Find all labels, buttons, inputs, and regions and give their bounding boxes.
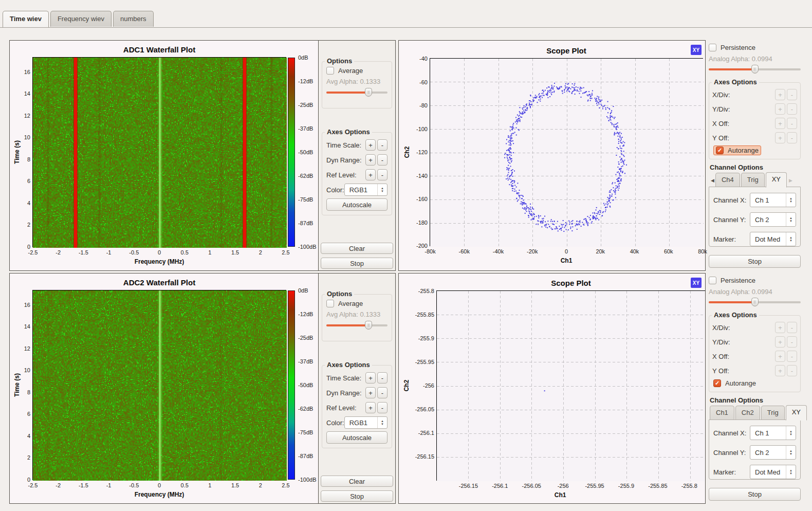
spin-down-icon[interactable]: ▼	[789, 239, 792, 242]
adc2-color-spin-arrows[interactable]: ▲▼	[377, 417, 387, 428]
scope2-channel-x-spinbox[interactable]: Ch 1 ▲▼	[750, 426, 796, 440]
adc2-color-spinbox[interactable]: RGB1 ▲▼	[344, 416, 387, 429]
adc1-waterfall-panel: ADC1 Waterfall Plot Time (s) 16141210864…	[9, 40, 396, 271]
scope2-analog-alpha-slider[interactable]: ☰	[709, 298, 801, 306]
adc2-autoscale-button[interactable]: Autoscale	[326, 431, 387, 444]
scope1-xdiv-minus-button[interactable]: -	[787, 89, 797, 100]
scope1-xoff-minus-button[interactable]: -	[787, 118, 797, 129]
scope2-marker-label: Marker:	[713, 468, 736, 476]
scope1-channel-y-arrows[interactable]: ▲▼	[786, 213, 796, 226]
adc2-ref-level-minus-button[interactable]: -	[377, 402, 387, 413]
channel-tab-ch2[interactable]: Ch2	[735, 406, 760, 420]
channel-tab-ch4[interactable]: Ch4	[715, 173, 740, 187]
scope1-yoff-minus-button[interactable]: -	[787, 132, 797, 143]
tab-scroll-left-icon[interactable]: ◀	[710, 178, 715, 187]
spin-down-icon[interactable]: ▼	[789, 472, 792, 475]
scope2-slider-handle[interactable]: ☰	[751, 298, 759, 306]
scope2-yoff-plus-button[interactable]: +	[775, 365, 785, 376]
scope2-yoff-minus-button[interactable]: -	[787, 365, 797, 376]
scope2-channel-y-spinbox[interactable]: Ch 2 ▲▼	[750, 445, 796, 460]
scope1-channel-x-value: Ch 1	[750, 193, 786, 207]
scope2-xdiv-minus-button[interactable]: -	[787, 322, 797, 333]
scope1-channel-x-arrows[interactable]: ▲▼	[786, 193, 796, 207]
scope1-analog-alpha-slider[interactable]: ☰	[709, 65, 801, 74]
scope1-x-axis-label: Ch1	[561, 257, 573, 264]
tab-time-wiev[interactable]: Time wiev	[3, 11, 49, 27]
scope1-persistence-checkbox[interactable]	[709, 44, 716, 51]
scope1-xdiv-plus-button[interactable]: +	[775, 89, 785, 100]
scope1-xoff-plus-button[interactable]: +	[775, 118, 785, 129]
adc1-time-scale-plus-button[interactable]: +	[365, 139, 376, 151]
tick-label: -40k	[493, 248, 504, 254]
adc1-dyn-range-minus-button[interactable]: -	[377, 154, 387, 166]
scope1-marker-arrows[interactable]: ▲▼	[786, 232, 796, 246]
adc2-slider-handle[interactable]: ☰	[365, 321, 372, 330]
tab-numbers[interactable]: numbers	[113, 11, 154, 27]
scope2-autorange-checkbox[interactable]: ✓	[713, 379, 721, 387]
scope2-marker-arrows[interactable]: ▲▼	[786, 465, 796, 479]
adc1-avg-alpha-slider[interactable]: ☰	[326, 88, 387, 97]
scope2-marker-spinbox[interactable]: Dot Med ▲▼	[750, 465, 796, 479]
scope1-stop-button[interactable]: Stop	[709, 255, 801, 268]
scope1-channel-y-spinbox[interactable]: Ch 2 ▲▼	[750, 212, 796, 227]
tick-label: -120	[416, 149, 428, 155]
scope2-stop-button[interactable]: Stop	[709, 488, 801, 501]
channel-tab-trig[interactable]: Trig	[761, 406, 785, 420]
scope2-ydiv-plus-button[interactable]: +	[775, 336, 785, 348]
scope1-yoff-plus-button[interactable]: +	[775, 132, 785, 143]
adc2-stop-button[interactable]: Stop	[321, 490, 393, 502]
channel-tab-trig[interactable]: Trig	[741, 173, 765, 187]
spin-down-icon[interactable]: ▼	[789, 220, 792, 223]
scope2-xoff-plus-button[interactable]: +	[775, 351, 785, 362]
adc2-time-scale-plus-button[interactable]: +	[365, 372, 376, 384]
adc2-time-scale-minus-button[interactable]: -	[377, 372, 387, 384]
scope1-slider-handle[interactable]: ☰	[751, 65, 759, 74]
adc2-color-value: RGB1	[345, 417, 377, 428]
channel-tab-xy[interactable]: XY	[766, 172, 787, 188]
spin-down-icon[interactable]: ▼	[789, 433, 792, 436]
tick-label: -255.9	[418, 335, 434, 341]
adc2-average-checkbox[interactable]	[326, 300, 334, 307]
scope2-ydiv-minus-button[interactable]: -	[787, 336, 797, 348]
adc1-stop-button[interactable]: Stop	[321, 258, 393, 269]
adc2-clear-button[interactable]: Clear	[321, 476, 393, 487]
adc1-ref-level-plus-button[interactable]: +	[365, 169, 376, 180]
channel-tab-ch1[interactable]: Ch1	[710, 406, 734, 420]
scope1-ydiv-minus-button[interactable]: -	[787, 103, 797, 115]
adc1-time-scale-minus-button[interactable]: -	[377, 139, 387, 151]
scope2-persistence-checkbox[interactable]	[709, 277, 716, 284]
spin-down-icon[interactable]: ▼	[789, 452, 792, 455]
tab-scroll-right-icon[interactable]: ▶	[788, 178, 793, 187]
adc2-ref-level-plus-button[interactable]: +	[365, 402, 376, 413]
adc1-color-spinbox[interactable]: RGB1 ▲▼	[344, 184, 387, 196]
scope1-marker-spinbox[interactable]: Dot Med ▲▼	[750, 232, 796, 246]
adc1-average-checkbox[interactable]	[326, 67, 334, 75]
adc2-dyn-range-plus-button[interactable]: +	[365, 387, 376, 398]
channel-tab-xy[interactable]: XY	[786, 405, 807, 421]
check-icon: ✓	[717, 148, 722, 153]
tick-label: -255.8	[418, 288, 434, 294]
adc2-avg-alpha-slider[interactable]: ☰	[326, 321, 387, 330]
adc1-clear-button[interactable]: Clear	[321, 243, 393, 254]
spin-down-icon[interactable]: ▼	[789, 200, 792, 203]
adc1-dyn-range-plus-button[interactable]: +	[365, 154, 376, 166]
scope2-xoff-minus-button[interactable]: -	[787, 351, 797, 362]
adc1-autoscale-button[interactable]: Autoscale	[326, 198, 387, 211]
scope1-autorange-checkbox[interactable]: ✓	[716, 147, 724, 154]
tab-frequency-wiev[interactable]: Frequency wiev	[50, 11, 112, 27]
adc2-dyn-range-minus-button[interactable]: -	[377, 387, 387, 398]
spin-down-icon[interactable]: ▼	[381, 190, 384, 193]
adc1-slider-handle[interactable]: ☰	[365, 88, 372, 97]
spin-down-icon[interactable]: ▼	[381, 423, 384, 426]
adc1-axes-group-title: Axes Options	[325, 128, 372, 136]
scope2-xdiv-plus-button[interactable]: +	[775, 322, 785, 333]
application-window: Time wiev Frequency wiev numbers ADC1 Wa…	[0, 0, 812, 511]
scope2-persistence-label: Persistence	[721, 277, 755, 284]
adc1-color-spin-arrows[interactable]: ▲▼	[377, 184, 387, 195]
scope2-channel-y-arrows[interactable]: ▲▼	[786, 446, 796, 459]
scope1-channel-x-spinbox[interactable]: Ch 1 ▲▼	[750, 193, 796, 207]
scope2-y-ticks: -255.8-255.85-255.9-255.95-256-256.05-25…	[412, 291, 434, 480]
adc1-ref-level-minus-button[interactable]: -	[377, 169, 387, 180]
scope2-channel-x-arrows[interactable]: ▲▼	[786, 426, 796, 440]
scope1-ydiv-plus-button[interactable]: +	[775, 103, 785, 115]
